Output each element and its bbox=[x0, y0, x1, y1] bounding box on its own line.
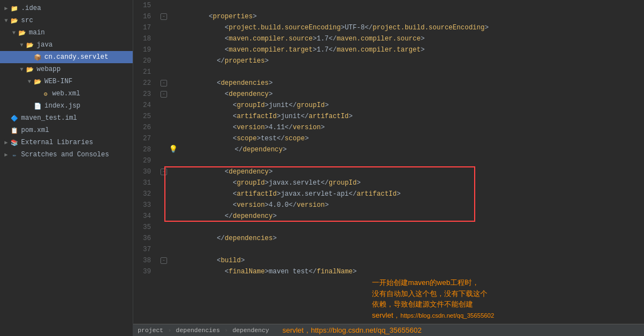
annotation-line1: 一开始创建maven的web工程时， bbox=[372, 278, 479, 287]
folder-icon-main: 📂 bbox=[18, 28, 27, 37]
breadcrumb-sep-2: › bbox=[224, 327, 228, 334]
annotation-line4: servlet， bbox=[372, 311, 400, 319]
arrow-webapp: ▼ bbox=[18, 67, 26, 73]
arrow-scratches: ▶ bbox=[2, 151, 10, 158]
tree-label-idea: .idea bbox=[21, 4, 41, 12]
fold-gutter-23[interactable]: - bbox=[160, 91, 169, 98]
folder-icon-java: 📂 bbox=[26, 40, 34, 49]
folder-icon-idea: 📁 bbox=[10, 4, 19, 13]
annotation-text: 一开始创建maven的web工程时， 没有自动加入这个包，没有下载这个 依赖，导… bbox=[372, 277, 566, 320]
breadcrumb-dependencies[interactable]: dependencies bbox=[176, 327, 220, 334]
fold-gutter-38[interactable]: - bbox=[160, 257, 169, 264]
tree-item-indexjsp[interactable]: 📄 index.jsp bbox=[0, 100, 133, 112]
bottom-bar: project › dependencies › dependency serv… bbox=[133, 324, 644, 336]
tree-label-extlibs: External Libraries bbox=[21, 139, 93, 146]
tree-item-java[interactable]: ▼ 📂 java bbox=[0, 39, 133, 51]
annotation-line3: 依赖，导致创建源文件不能创建 bbox=[372, 300, 473, 308]
code-line-28: 💡 </dependency> bbox=[160, 144, 644, 155]
code-line-36: </dependencies> bbox=[160, 233, 644, 244]
tree-item-package[interactable]: 📦 cn.candy.servlet bbox=[0, 51, 133, 63]
fold-icon-38[interactable]: - bbox=[160, 257, 167, 264]
arrow-src: ▼ bbox=[2, 18, 10, 24]
folder-icon-webinf: 📂 bbox=[33, 77, 42, 86]
tree-label-iml: maven_test.iml bbox=[21, 114, 77, 122]
folder-icon-src: 📂 bbox=[10, 16, 19, 25]
code-line-34: </dependency> bbox=[160, 211, 644, 222]
fold-icon-23[interactable]: - bbox=[160, 91, 167, 98]
tree-label-main: main bbox=[29, 29, 45, 37]
tree-item-main[interactable]: ▼ 📂 main bbox=[0, 27, 133, 39]
line-numbers: 15 16 17 18 19 20 21 22 23 24 25 26 27 2… bbox=[133, 0, 155, 324]
code-line-39: <finalName>maven test</finalName> bbox=[160, 266, 644, 277]
breadcrumb-project[interactable]: project bbox=[138, 327, 163, 334]
tree-label-java: java bbox=[37, 41, 53, 49]
scratch-icon: ✏ bbox=[10, 150, 19, 159]
arrow-webinf: ▼ bbox=[26, 79, 33, 85]
fold-icon-22[interactable]: - bbox=[160, 80, 167, 86]
file-tree: ▶ 📁 .idea ▼ 📂 src ▼ 📂 main ▼ 📂 java 📦 cn… bbox=[0, 0, 133, 336]
tree-item-iml[interactable]: 🔷 maven_test.iml bbox=[0, 112, 133, 124]
tree-label-indexjsp: index.jsp bbox=[44, 102, 80, 110]
tree-label-scratches: Scratches and Consoles bbox=[21, 151, 109, 159]
fold-icon-30[interactable]: - bbox=[160, 169, 167, 175]
tree-item-src[interactable]: ▼ 📂 src bbox=[0, 14, 133, 27]
annotation-link: https://blog.csdn.net/qq_35655602 bbox=[400, 312, 494, 319]
tree-item-pomxml[interactable]: 📋 pom.xml bbox=[0, 124, 133, 136]
arrow-extlibs: ▶ bbox=[2, 139, 10, 146]
folder-icon-webapp: 📂 bbox=[26, 65, 34, 74]
code-line-20: </properties> bbox=[160, 55, 644, 67]
tree-item-external-libraries[interactable]: ▶ 📚 External Libraries bbox=[0, 136, 133, 149]
arrow-main: ▼ bbox=[10, 30, 18, 36]
tree-label-webinf: WEB-INF bbox=[44, 78, 72, 85]
xml-icon-pom: 📋 bbox=[10, 126, 19, 135]
fold-gutter-22[interactable]: - bbox=[160, 80, 169, 86]
arrow-idea: ▶ bbox=[2, 5, 10, 12]
library-icon: 📚 bbox=[10, 138, 19, 147]
tree-label-webapp: webapp bbox=[37, 65, 61, 73]
xml-icon-web: ⚙ bbox=[41, 89, 50, 98]
breadcrumb-sep-1: › bbox=[168, 327, 172, 334]
bottom-annotation-link: servlet，https://blog.csdn.net/qq_3565560… bbox=[283, 325, 422, 335]
arrow-java: ▼ bbox=[18, 42, 26, 48]
fold-gutter-30[interactable]: - bbox=[160, 169, 169, 175]
tree-item-webapp[interactable]: ▼ 📂 webapp bbox=[0, 63, 133, 75]
iml-icon: 🔷 bbox=[10, 114, 19, 123]
jsp-icon: 📄 bbox=[33, 101, 42, 110]
package-icon: 📦 bbox=[33, 53, 42, 62]
tree-label-webxml: web.xml bbox=[52, 90, 80, 98]
tree-label-src: src bbox=[21, 17, 33, 24]
code-area[interactable]: 一开始创建maven的web工程时， 没有自动加入这个包，没有下载这个 依赖，导… bbox=[155, 0, 644, 324]
fold-icon-16[interactable]: - bbox=[160, 13, 167, 20]
tree-item-idea[interactable]: ▶ 📁 .idea bbox=[0, 2, 133, 14]
editor-content: 15 16 17 18 19 20 21 22 23 24 25 26 27 2… bbox=[133, 0, 644, 324]
tree-item-webxml[interactable]: ⚙ web.xml bbox=[0, 88, 133, 100]
bulb-icon-28[interactable]: 💡 bbox=[169, 144, 178, 155]
fold-gutter-16[interactable]: - bbox=[160, 13, 169, 20]
tree-label-package: cn.candy.servlet bbox=[44, 53, 108, 61]
editor-panel: 15 16 17 18 19 20 21 22 23 24 25 26 27 2… bbox=[133, 0, 644, 336]
annotation-line2: 没有自动加入这个包，没有下载这个 bbox=[372, 289, 487, 298]
tree-item-scratches[interactable]: ▶ ✏ Scratches and Consoles bbox=[0, 149, 133, 161]
tree-item-webinf[interactable]: ▼ 📂 WEB-INF bbox=[0, 75, 133, 88]
tree-label-pomxml: pom.xml bbox=[21, 126, 49, 134]
breadcrumb-dependency[interactable]: dependency bbox=[233, 327, 269, 334]
